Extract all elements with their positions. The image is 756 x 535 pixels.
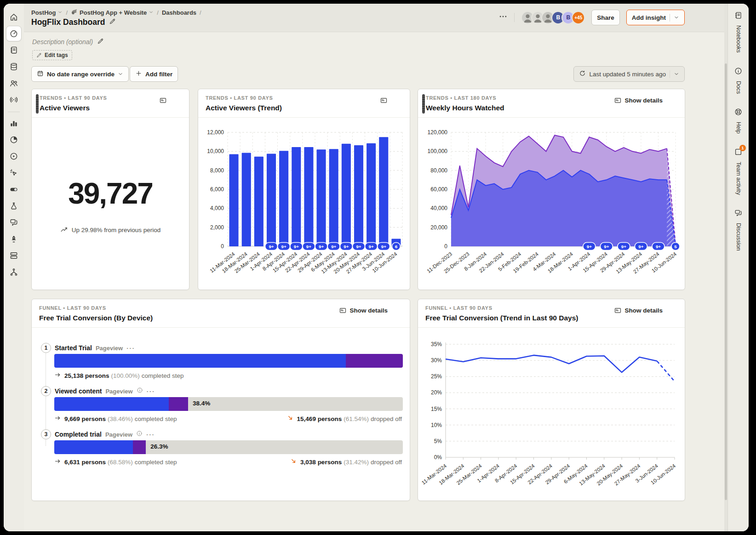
step-more-options-icon[interactable]: ··· <box>126 345 135 352</box>
sidebar-item-label: Notebooks <box>735 25 742 53</box>
card-title-link[interactable]: Active Viewers (Trend) <box>206 104 402 112</box>
notebooks-icon[interactable] <box>6 42 22 58</box>
y-tick-label: 2,000 <box>210 224 224 231</box>
funnel-bar-segment-blue[interactable] <box>54 397 169 411</box>
bar[interactable] <box>229 154 239 246</box>
step-name: Viewed content <box>55 387 102 395</box>
last-updated-refresh-button[interactable]: Last updated 5 minutes ago <box>573 66 685 82</box>
y-tick-label: 5% <box>434 438 442 444</box>
session-replay-icon[interactable] <box>6 148 22 164</box>
show-details-icon[interactable] <box>380 97 388 104</box>
completed-percentage: (100.00%) <box>111 372 140 379</box>
funnel-bar-segment-purple[interactable] <box>169 397 188 411</box>
breadcrumb-separator: / <box>66 9 68 16</box>
right-sidebar-rail: NotebooksDocsHelp1Team activityDiscussio… <box>727 4 749 531</box>
bar[interactable] <box>254 157 263 246</box>
card-more-options-icon[interactable] <box>174 95 183 105</box>
bar[interactable] <box>279 151 288 246</box>
funnel-bar[interactable]: 26.3% <box>54 440 403 454</box>
bar[interactable] <box>317 149 326 246</box>
bar-chart[interactable]: 02,0004,0006,0008,00010,00012,0009+9+9+9… <box>202 126 407 289</box>
y-tick-label: 0 <box>444 243 447 250</box>
scrollbar[interactable] <box>724 4 727 531</box>
actions-icon[interactable] <box>6 165 22 181</box>
bar[interactable] <box>292 147 301 246</box>
drag-handle[interactable] <box>36 94 39 114</box>
sidebar-item-discussion[interactable]: Discussion <box>734 209 743 250</box>
info-icon[interactable] <box>136 430 143 438</box>
card-more-options-icon[interactable] <box>670 95 678 105</box>
early-access-icon[interactable] <box>6 231 22 247</box>
line-chart[interactable]: 0%5%10%15%20%25%30%35%11-Mar-202418-Mar-… <box>422 337 682 501</box>
card-more-options-icon[interactable] <box>395 305 403 315</box>
apps-icon[interactable] <box>6 264 22 280</box>
show-details-button[interactable]: Show details <box>614 97 663 104</box>
breadcrumb-team[interactable]: PostHog App + Website <box>71 8 154 17</box>
funnel-bar-segment-blue[interactable] <box>54 354 346 368</box>
funnel-steps: 1Started TrialPageview···25,138 persons(… <box>32 333 410 501</box>
bar[interactable] <box>304 147 313 246</box>
card-more-options-icon[interactable] <box>670 305 678 315</box>
sidebar-item-docs[interactable]: Docs <box>734 67 743 94</box>
product-analytics-icon[interactable] <box>6 115 22 131</box>
drag-handle[interactable] <box>422 94 425 114</box>
more-options-icon[interactable] <box>498 12 508 23</box>
avatar-overflow-count[interactable]: +45 <box>572 11 585 24</box>
scrollbar-thumb[interactable] <box>725 63 727 500</box>
breadcrumb-dashboards[interactable]: Dashboards <box>162 9 196 16</box>
surveys-icon[interactable] <box>6 215 22 230</box>
main-content: PostHog / PostHog App + Website / Dashbo… <box>24 4 724 531</box>
funnel-bar[interactable]: 38.4% <box>54 397 403 411</box>
sidebar-item-notebooks[interactable]: Notebooks <box>734 11 743 53</box>
trend-line-projection[interactable] <box>657 361 675 381</box>
sidebar-item-team-activity[interactable]: 1Team activity <box>734 148 743 195</box>
show-details-icon[interactable] <box>159 97 167 104</box>
sidebar-item-label: Help <box>735 122 742 134</box>
insight-card-active-viewers: TRENDS • LAST 90 DAYS Active Viewers 39,… <box>31 89 189 290</box>
funnel-bar-segment-purple[interactable] <box>133 440 146 454</box>
funnel-step-label: 3Completed trialPageview··· <box>41 429 155 439</box>
feature-flags-icon[interactable] <box>6 182 22 197</box>
add-insight-button[interactable]: Add insight <box>626 10 685 25</box>
hedgehog-icon <box>71 8 78 17</box>
area-chart[interactable]: 020,00040,00060,00080,000100,000120,0009… <box>422 126 682 289</box>
edit-description-pencil-icon[interactable] <box>97 38 104 46</box>
bar[interactable] <box>354 145 363 246</box>
step-number-badge: 2 <box>41 386 51 396</box>
edit-title-pencil-icon[interactable] <box>109 18 116 27</box>
divider <box>670 70 670 78</box>
funnel-bar-segment-purple[interactable] <box>346 354 403 368</box>
people-icon[interactable] <box>6 75 22 91</box>
step-number-badge: 1 <box>41 343 51 353</box>
bar[interactable] <box>342 144 351 246</box>
trend-line[interactable] <box>446 355 657 372</box>
home-icon[interactable] <box>6 9 22 25</box>
sidebar-item-help[interactable]: Help <box>734 108 743 134</box>
step-more-options-icon[interactable]: ··· <box>146 431 155 438</box>
web-analytics-icon[interactable] <box>6 132 22 148</box>
bar[interactable] <box>367 143 376 246</box>
bar[interactable] <box>267 154 276 247</box>
activity-icon[interactable] <box>6 92 22 108</box>
value-badge-label: 6 <box>395 244 398 249</box>
share-button[interactable]: Share <box>591 10 620 25</box>
show-details-button[interactable]: Show details <box>614 307 663 314</box>
bar[interactable] <box>329 149 338 246</box>
divider <box>670 14 670 22</box>
bar[interactable] <box>379 137 388 246</box>
bar[interactable] <box>242 153 251 246</box>
edit-tags-button[interactable]: Edit tags <box>32 50 72 60</box>
funnel-bar-segment-blue[interactable] <box>54 440 133 454</box>
funnel-bar[interactable] <box>54 354 403 368</box>
data-management-icon[interactable] <box>6 59 22 74</box>
dashboards-icon[interactable] <box>6 26 22 41</box>
card-more-options-icon[interactable] <box>395 95 403 105</box>
step-more-options-icon[interactable]: ··· <box>147 388 155 395</box>
breadcrumb-project[interactable]: PostHog <box>31 9 63 16</box>
show-details-button[interactable]: Show details <box>339 307 388 314</box>
data-pipelines-icon[interactable] <box>6 248 22 263</box>
experiments-icon[interactable] <box>6 198 22 214</box>
add-filter-button[interactable]: Add filter <box>130 66 178 82</box>
info-icon[interactable] <box>137 387 143 395</box>
date-range-override-button[interactable]: No date range override <box>31 66 129 82</box>
